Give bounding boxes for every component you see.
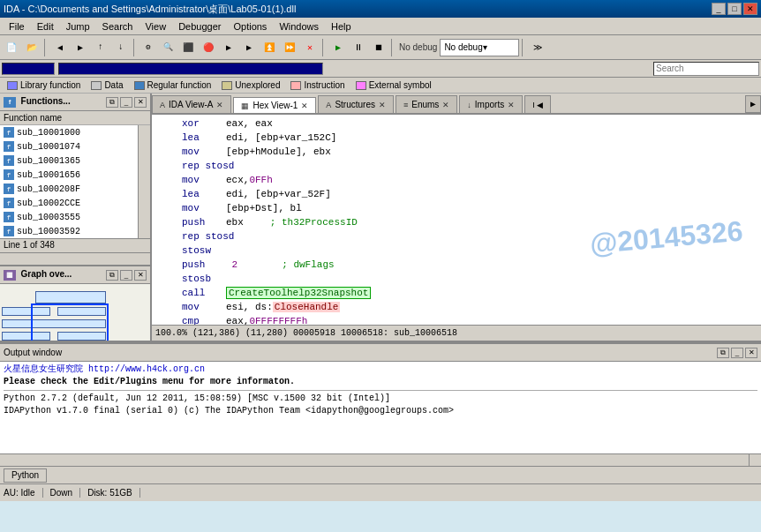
toolbar-btn3[interactable]: ⬛ (178, 38, 198, 57)
function-list-item[interactable]: fsub_10002CCE (0, 196, 138, 210)
tab-enums[interactable]: ≡ Enums ✕ (396, 95, 457, 113)
toolbar-play[interactable]: ▶ (328, 38, 348, 57)
minimize-button[interactable]: _ (712, 3, 726, 15)
menu-file[interactable]: File (4, 19, 30, 34)
functions-panel-controls[interactable]: ⧉ _ ✕ (106, 97, 147, 108)
functions-float-btn[interactable]: ⧉ (106, 97, 118, 108)
function-list-item[interactable]: fsub_10001365 (0, 154, 138, 168)
toolbar-down[interactable]: ↓ (111, 38, 131, 57)
toolbar-fwd[interactable]: ▶ (71, 38, 90, 57)
graph-close-btn[interactable]: ✕ (134, 270, 147, 281)
menu-windows[interactable]: Windows (274, 19, 324, 34)
toolbar-stop[interactable]: ⏹ (369, 38, 388, 57)
graph-float-btn[interactable]: ⧉ (106, 270, 118, 281)
code-line: mov [ebp+Dst], bl (155, 201, 757, 215)
tab-ida-close[interactable]: ✕ (216, 101, 223, 109)
toolbar-new[interactable]: 📄 (2, 38, 21, 57)
legend-external-color (356, 81, 366, 90)
toolbar-back[interactable]: ◀ (50, 38, 70, 57)
function-icon: f (4, 184, 14, 194)
tab-structures[interactable]: A Structures ✕ (318, 95, 394, 113)
output-controls[interactable]: ⧉ _ ✕ (717, 348, 757, 358)
graph-node-bl (2, 332, 50, 341)
close-button[interactable]: ✕ (743, 3, 757, 15)
legend-unexplored-color (222, 81, 232, 90)
maximize-button[interactable]: □ (727, 3, 742, 15)
tab-ida-label: IDA View-A (169, 100, 213, 109)
tab-imports[interactable]: ↓ Imports ✕ (459, 95, 523, 113)
functions-status: Line 1 of 348 (0, 238, 150, 252)
toolbar-extra[interactable]: ≫ (528, 38, 547, 57)
toolbar-btn2[interactable]: 🔍 (158, 38, 177, 57)
menu-debugger[interactable]: Debugger (173, 19, 226, 34)
toolbar-btn9[interactable]: ✕ (300, 38, 320, 57)
legend-data-color (91, 81, 102, 90)
tab-extra[interactable]: I ◀ (524, 95, 551, 113)
debug-dropdown[interactable]: No debug▾ (440, 39, 519, 56)
function-name: sub_10003592 (17, 227, 80, 236)
legend-instruction-label: Instruction (304, 80, 344, 90)
function-list-item[interactable]: fsub_10003592 (0, 224, 138, 238)
search-input[interactable] (653, 62, 759, 76)
toolbar-btn6[interactable]: ▶ (239, 38, 259, 57)
tabs-bar: A IDA View-A ✕ ▦ Hex View-1 ✕ A Structur… (152, 94, 761, 115)
tab-imports-close[interactable]: ✕ (508, 101, 515, 109)
address-bar[interactable] (58, 63, 323, 75)
functions-hscrollbar[interactable] (0, 252, 150, 265)
graph-node-right (57, 307, 106, 316)
output-content[interactable]: 火星信息女生研究院 http://www.h4ck.org.cn Please … (0, 362, 761, 453)
menu-options[interactable]: Options (228, 19, 272, 34)
graph-view[interactable] (0, 284, 150, 341)
legend-instruction-color (290, 81, 301, 90)
python-bar: Python (0, 466, 761, 483)
toolbar-pause[interactable]: ⏸ (349, 38, 368, 57)
call-target[interactable]: CreateToolhelp32Snapshot (226, 287, 371, 299)
sep5 (522, 39, 525, 56)
toolbar-btn5[interactable]: ▶ (219, 38, 238, 57)
menu-jump[interactable]: Jump (61, 19, 95, 34)
function-list-item[interactable]: fsub_10001074 (0, 139, 138, 154)
toolbar-up[interactable]: ↑ (91, 38, 110, 57)
toolbar-btn1[interactable]: ⚙ (139, 38, 157, 57)
functions-scrollbar[interactable] (138, 125, 150, 238)
functions-min-btn[interactable]: _ (120, 97, 132, 108)
graph-panel-controls[interactable]: ⧉ _ ✕ (106, 270, 147, 281)
toolbar-open[interactable]: 📂 (22, 38, 41, 57)
legend-data-label: Data (104, 80, 123, 90)
tab-hex-view[interactable]: ▦ Hex View-1 ✕ (233, 97, 316, 115)
legend-regular-color (134, 81, 145, 90)
legend-external: External symbol (356, 80, 432, 90)
toolbar-btn4[interactable]: 🔴 (199, 38, 218, 57)
function-list-item[interactable]: fsub_10003555 (0, 210, 138, 224)
tab-ida-view[interactable]: A IDA View-A ✕ (152, 95, 231, 113)
graph-min-btn[interactable]: _ (120, 270, 132, 281)
output-min-btn[interactable]: _ (731, 348, 743, 358)
output-line-1: 火星信息女生研究院 http://www.h4ck.org.cn (4, 363, 757, 376)
menu-help[interactable]: Help (326, 19, 357, 34)
function-list-item[interactable]: fsub_10001000 (0, 125, 138, 139)
python-button[interactable]: Python (4, 468, 47, 483)
tab-enums-close[interactable]: ✕ (442, 101, 449, 109)
graph-node-top (35, 291, 106, 303)
menu-view[interactable]: View (139, 19, 171, 34)
tab-struct-close[interactable]: ✕ (379, 101, 386, 109)
functions-list[interactable]: fsub_10001000fsub_10001074fsub_10001365f… (0, 125, 138, 238)
tab-hex-close[interactable]: ✕ (301, 101, 308, 110)
functions-close-btn[interactable]: ✕ (134, 97, 147, 108)
code-area[interactable]: @20145326 xor eax, eax lea edi, [ebp+var… (152, 115, 761, 325)
functions-panel-titlebar: f Functions... ⧉ _ ✕ (0, 94, 150, 111)
function-name: sub_10003555 (17, 213, 80, 222)
window-controls[interactable]: _ □ ✕ (712, 3, 757, 15)
tab-scroll-right[interactable]: ▶ (745, 95, 761, 113)
function-list-item[interactable]: fsub_10001656 (0, 168, 138, 182)
output-float-btn[interactable]: ⧉ (717, 348, 729, 358)
function-list-item[interactable]: fsub_1000208F (0, 182, 138, 196)
code-call-line: call CreateToolhelp32Snapshot (155, 286, 757, 300)
menu-edit[interactable]: Edit (32, 19, 59, 34)
tab-enums-icon: ≡ (403, 101, 408, 109)
output-hscrollbar[interactable] (0, 454, 749, 466)
toolbar-btn7[interactable]: ⏫ (260, 38, 279, 57)
toolbar-btn8[interactable]: ⏩ (280, 38, 299, 57)
output-close-btn[interactable]: ✕ (745, 348, 757, 358)
menu-search[interactable]: Search (97, 19, 139, 34)
